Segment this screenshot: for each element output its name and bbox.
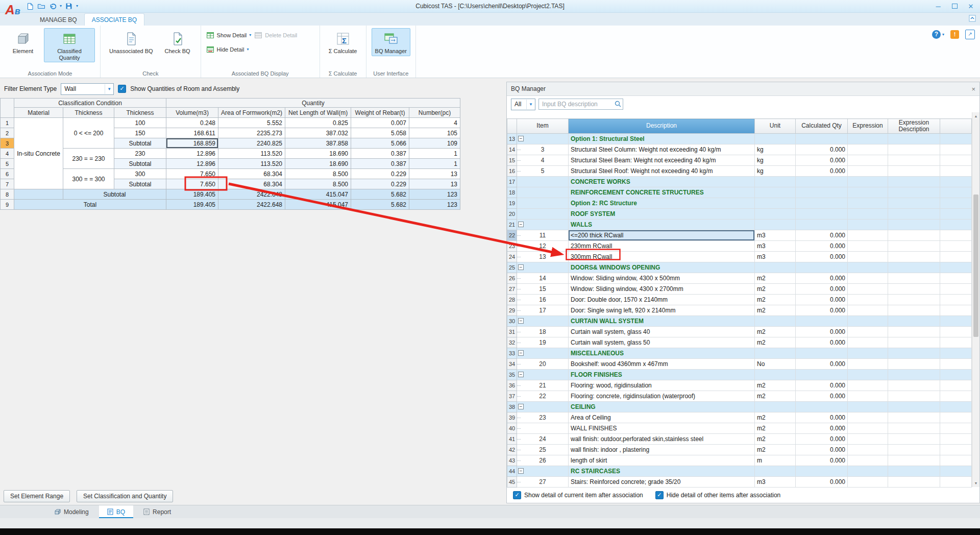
bq-expression-description-cell[interactable] [888,359,940,370]
bq-item-number[interactable] [517,209,569,220]
bq-item-row[interactable]: 3621Flooring: wood, rigidinsulationm20.0… [507,380,972,391]
bq-unit-cell[interactable]: m2 [755,434,796,445]
qty-row-number[interactable]: 8 [1,189,14,200]
bq-description-cell[interactable]: <=200 thick RCwall [569,230,755,241]
bq-calculated-qty-cell[interactable]: 0.000 [796,359,848,370]
qty-cell[interactable]: 7.650 [166,169,218,179]
bq-item-row[interactable]: 2312230mm RCwallm30.000 [507,241,972,252]
qty-cell[interactable]: 168.611 [166,128,218,138]
bq-expression-description-cell[interactable] [888,348,940,359]
help-icon[interactable]: ?▾ [932,30,944,39]
qty-cell[interactable]: 230 [114,149,166,159]
bq-expression-description-cell[interactable] [888,187,940,198]
bq-unit-cell[interactable]: m2 [755,327,796,337]
qty-cell[interactable]: 0 < <= 200 [63,118,114,149]
bq-unit-cell[interactable]: m2 [755,305,796,316]
qty-cell[interactable]: 415.047 [285,189,351,200]
bq-expression-cell[interactable] [848,144,888,155]
bq-calculated-qty-cell[interactable] [796,187,848,198]
bq-expression-cell[interactable] [848,327,888,337]
qty-row-number[interactable]: 3 [1,138,14,149]
qty-cell[interactable]: 68.304 [218,169,285,179]
bq-item-number[interactable]: 18 [517,327,569,337]
bq-expression-cell[interactable] [848,134,888,144]
bq-expression-description-cell[interactable] [888,241,940,252]
bq-unit-cell[interactable] [755,316,796,327]
bq-item-number[interactable]: 24 [517,434,569,445]
show-detail-current-checkbox[interactable]: ✓ [513,491,521,499]
bq-group-row[interactable]: 20ROOF SYSTEM [507,209,972,220]
bq-group-row[interactable]: 17CONCRETE WORKS [507,177,972,187]
bq-calculated-qty-cell[interactable] [796,177,848,187]
bq-expression-description-cell[interactable] [888,305,940,316]
qty-column-header[interactable]: Net Length of Wall(m) [285,108,351,118]
bq-description-cell[interactable]: wall finish: outdoor,perforated skin,sta… [569,434,755,445]
qty-cell[interactable]: Subtotal [114,179,166,189]
bq-unit-cell[interactable]: kg [755,144,796,155]
bq-expression-description-cell[interactable] [888,134,940,144]
collapse-icon[interactable]: − [518,136,524,141]
bq-item-row[interactable]: 3722Flooring: concrete, rigidinsulation … [507,391,972,402]
bq-item-row[interactable]: 2211<=200 thick RCwallm30.000 [507,230,972,241]
qty-cell[interactable]: 387.858 [285,138,351,149]
bq-description-cell[interactable]: CEILING [569,402,755,412]
bq-expression-cell[interactable] [848,348,888,359]
bq-description-cell[interactable]: Flooring: wood, rigidinsulation [569,380,755,391]
qty-cell[interactable]: 18.690 [285,159,351,169]
bq-row-number[interactable]: 27 [507,284,517,295]
collapse-icon[interactable]: − [518,468,524,474]
bq-calculated-qty-cell[interactable]: 0.000 [796,144,848,155]
bq-calculated-qty-cell[interactable] [796,198,848,209]
bq-unit-cell[interactable] [755,370,796,380]
set-element-range-button[interactable]: Set Element Range [4,490,70,502]
bq-row-number[interactable]: 41 [507,434,517,445]
bq-description-cell[interactable]: MISCELLANEOUS [569,348,755,359]
bq-item-row[interactable]: 2715Window: Sliding window, 4300 x 2700m… [507,284,972,295]
bq-description-search-input[interactable] [538,99,623,110]
external-panel-icon[interactable]: ↗ [965,30,975,39]
bq-unit-cell[interactable] [755,198,796,209]
qty-column-header[interactable]: Area of Formwork(m2) [218,108,285,118]
bq-unit-cell[interactable]: m2 [755,295,796,305]
app-logo-icon[interactable]: Aʙ [5,1,22,21]
tab-manage-bq[interactable]: MANAGE BQ [33,14,84,26]
bq-unit-cell[interactable]: m2 [755,445,796,455]
scroll-up-icon[interactable]: ▲ [972,112,979,120]
bq-item-number[interactable]: − [517,220,569,230]
qty-cell[interactable]: In-situ Concrete [14,118,63,189]
bq-expression-cell[interactable] [848,466,888,477]
qty-column-header[interactable]: Number(pc) [409,108,460,118]
vertical-scrollbar[interactable]: ▲ ▼ [972,112,979,487]
qty-table-row[interactable]: 6300 = = 3003007.65068.3048.5000.22913 [1,169,460,179]
bq-expression-cell[interactable] [848,241,888,252]
bq-unit-cell[interactable]: No [755,359,796,370]
bq-calculated-qty-cell[interactable]: 0.000 [796,337,848,348]
bq-item-row[interactable]: 154Structural Steel Beam: Weight not exc… [507,155,972,166]
bq-row-number[interactable]: 18 [507,187,517,198]
qty-table-row[interactable]: 8Subtotal189.4052422.648415.0475.682123 [1,189,460,200]
bq-row-number[interactable]: 30 [507,316,517,327]
bq-unit-cell[interactable]: m [755,455,796,466]
bq-item-number[interactable]: 22 [517,391,569,402]
qty-cell[interactable]: 1 [409,159,460,169]
bq-row-number[interactable]: 23 [507,241,517,252]
bq-row-number[interactable]: 31 [507,327,517,337]
bq-item-row[interactable]: 3923Area of Ceilingm20.000 [507,412,972,423]
hide-detail-button[interactable]: Hide Detail ▾ [206,45,252,54]
bq-item-number[interactable]: 19 [517,337,569,348]
qty-cell[interactable]: 109 [409,138,460,149]
bq-expression-cell[interactable] [848,370,888,380]
bq-description-cell[interactable]: Door: Double door, 1570 x 2140mm [569,295,755,305]
bq-unit-cell[interactable]: m2 [755,337,796,348]
undo-dropdown-caret-icon[interactable]: ▾ [60,4,62,8]
bq-expression-cell[interactable] [848,230,888,241]
bq-row-number[interactable]: 44 [507,466,517,477]
bq-item-number[interactable]: − [517,402,569,412]
qty-cell[interactable]: Total [14,200,166,210]
qty-cell[interactable]: 0.229 [351,169,409,179]
bq-expression-description-cell[interactable] [888,155,940,166]
bq-description-cell[interactable]: Option 1: Structural Steel [569,134,755,144]
bq-expression-cell[interactable] [848,391,888,402]
bq-expression-description-cell[interactable] [888,144,940,155]
check-bq-button[interactable]: Check BQ [160,28,195,56]
